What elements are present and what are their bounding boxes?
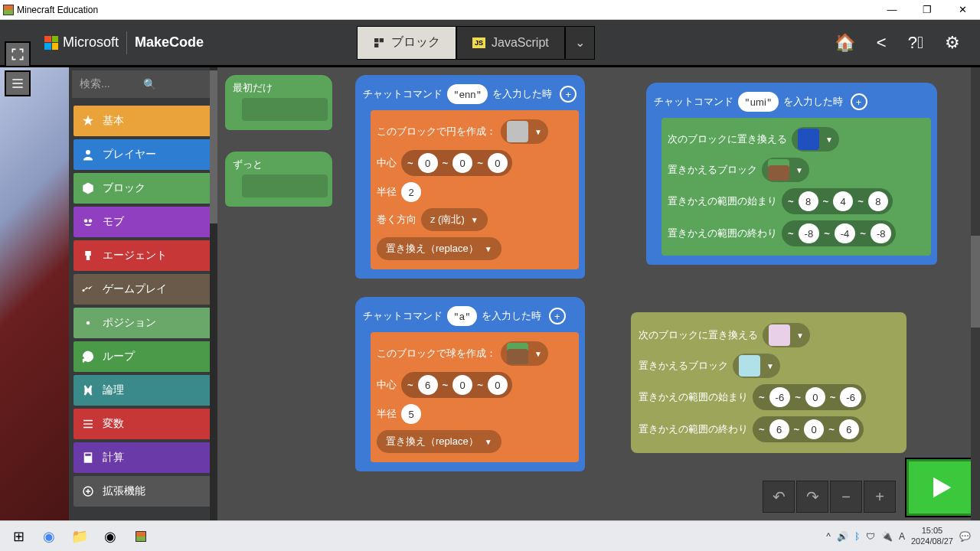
maximize-button[interactable]: ❐ — [910, 0, 945, 20]
cat-math[interactable]: 計算 — [74, 442, 213, 473]
cat-variables[interactable]: 変数 — [74, 409, 213, 439]
tray-power-icon[interactable]: 🔌 — [881, 531, 893, 542]
svg-rect-8 — [85, 454, 91, 456]
category-sidebar: 検索...🔍 基本 プレイヤー ブロック モブ エージェント ゲームプレイ ポジ… — [69, 67, 217, 520]
cat-blocks[interactable]: ブロック — [74, 173, 213, 204]
topbar: Microsoft MakeCode ブロック JSJavaScript ⌄ 🏠… — [0, 20, 980, 67]
tray-clock[interactable]: 15:052024/08/27 — [911, 526, 953, 546]
sidebar-scrollbar[interactable] — [210, 67, 217, 520]
svg-point-5 — [83, 289, 85, 292]
menu-button[interactable] — [5, 70, 31, 96]
cat-loops[interactable]: ループ — [74, 341, 213, 372]
cat-logic[interactable]: 論理 — [74, 375, 213, 406]
app-icon — [3, 5, 14, 15]
block-picker[interactable] — [768, 159, 789, 181]
product-name: MakeCode — [135, 34, 204, 51]
svg-point-1 — [84, 219, 88, 223]
redo-button[interactable]: ↷ — [796, 481, 828, 513]
canvas-scrollbar[interactable] — [971, 67, 980, 520]
svg-point-2 — [89, 219, 93, 223]
svg-rect-4 — [87, 256, 90, 260]
game-preview-strip — [0, 67, 69, 520]
tray-volume-icon[interactable]: 🔊 — [837, 531, 848, 542]
tray-bt-icon[interactable]: ᛒ — [854, 531, 860, 542]
block-on-start[interactable]: 最初だけ — [225, 75, 332, 130]
tab-dropdown[interactable]: ⌄ — [565, 26, 595, 60]
minimize-button[interactable]: ― — [874, 0, 910, 20]
settings-icon[interactable]: ⚙ — [945, 33, 960, 53]
tab-javascript[interactable]: JSJavaScript — [456, 26, 565, 60]
tray-security-icon[interactable]: 🛡 — [866, 531, 875, 542]
tray-notifications-icon[interactable]: 💬 — [959, 531, 971, 542]
block-chat-umi[interactable]: チャットコマンド"umi"を入力した時+ 次のブロックに置き換える▼ 置きかえる… — [646, 83, 937, 265]
block-chat-enn[interactable]: チャットコマンド"enn"を入力した時+ このブロックで円を作成：▼ 中心~0~… — [355, 75, 585, 279]
block-picker[interactable] — [798, 129, 819, 150]
share-icon[interactable]: < — [877, 33, 887, 53]
svg-rect-3 — [85, 251, 91, 256]
block-replace-free[interactable]: 次のブロックに置き換える▼ 置きかえるブロック▼ 置きかえの範囲の始まり~-6~… — [631, 312, 906, 453]
zoom-in-button[interactable]: + — [864, 481, 896, 513]
microsoft-logo: Microsoft — [44, 34, 119, 51]
add-param-icon[interactable]: + — [560, 86, 577, 103]
cat-mobs[interactable]: モブ — [74, 207, 213, 237]
block-canvas[interactable]: 最初だけ ずっと チャットコマンド"enn"を入力した時+ このブロックで円を作… — [217, 67, 980, 520]
search-icon: 🔍 — [143, 78, 207, 90]
windows-taskbar: ⊞ ◉ 📁 ◉ ^ 🔊 ᛒ 🛡 🔌 A 15:052024/08/27 💬 — [0, 520, 980, 551]
block-picker[interactable] — [507, 121, 528, 142]
home-icon[interactable]: 🏠 — [835, 33, 855, 53]
explorer-icon[interactable]: 📁 — [64, 521, 95, 552]
block-picker[interactable] — [739, 355, 760, 377]
fullscreen-button[interactable] — [5, 41, 31, 67]
add-param-icon[interactable]: + — [549, 308, 566, 324]
play-button[interactable] — [906, 459, 975, 516]
block-picker[interactable] — [507, 343, 528, 364]
svg-point-6 — [87, 321, 90, 325]
cat-extensions[interactable]: 拡張機能 — [74, 476, 213, 507]
add-param-icon[interactable]: + — [851, 93, 867, 110]
cat-gameplay[interactable]: ゲームプレイ — [74, 274, 213, 305]
cat-position[interactable]: ポジション — [74, 308, 213, 338]
app-icon-1[interactable]: ◉ — [95, 521, 126, 552]
tray-ime-icon[interactable]: A — [899, 531, 905, 542]
window-title: Minecraft Education — [17, 5, 98, 15]
tab-blocks[interactable]: ブロック — [357, 26, 456, 60]
cat-basic[interactable]: 基本 — [74, 106, 213, 136]
editor-tabs: ブロック JSJavaScript ⌄ — [357, 26, 595, 60]
cat-player[interactable]: プレイヤー — [74, 139, 213, 170]
block-forever[interactable]: ずっと — [225, 152, 332, 207]
window-titlebar: Minecraft Education ― ❐ ✕ — [0, 0, 980, 20]
cat-agent[interactable]: エージェント — [74, 240, 213, 271]
zoom-out-button[interactable]: − — [830, 481, 862, 513]
close-button[interactable]: ✕ — [945, 0, 980, 20]
svg-point-0 — [86, 150, 90, 155]
help-icon[interactable]: ?⃝ — [908, 33, 923, 53]
block-picker[interactable] — [769, 324, 790, 346]
block-chat-a[interactable]: チャットコマンド"a"を入力した時+ このブロックで球を作成：▼ 中心~6~0~… — [355, 297, 585, 471]
undo-button[interactable]: ↶ — [763, 481, 795, 513]
start-button[interactable]: ⊞ — [3, 521, 34, 552]
search-input[interactable]: 検索...🔍 — [72, 70, 214, 98]
chrome-icon[interactable]: ◉ — [34, 521, 64, 552]
tray-chevron-icon[interactable]: ^ — [826, 531, 831, 542]
minecraft-taskbar-icon[interactable] — [126, 521, 156, 552]
